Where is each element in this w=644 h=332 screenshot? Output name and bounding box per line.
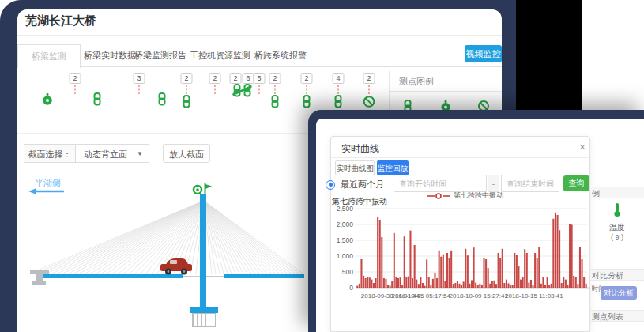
query-button[interactable]: 查询 — [563, 175, 589, 191]
sensor-column[interactable]: 2 — [181, 73, 193, 108]
svg-text:2,000: 2,000 — [337, 221, 354, 228]
vibration-chart: 05001,0001,5002,0002,5002018-09-30 16:01… — [326, 202, 601, 310]
alarm-dash-line — [369, 85, 370, 94]
svg-text:2018-10-15 11:03:41: 2018-10-15 11:03:41 — [505, 292, 563, 300]
chain-icon — [301, 95, 313, 108]
car-icon — [160, 256, 193, 275]
radio-last-two-months[interactable] — [326, 180, 335, 190]
strip-point-list-header: 测点列表 — [590, 310, 644, 322]
bridge-deck-right — [224, 274, 304, 278]
alarm-dash-line — [307, 85, 307, 94]
joint-icon — [232, 84, 252, 97]
svg-text:0: 0 — [349, 284, 353, 292]
legend-series-label: 第七跨跨中振动 — [454, 191, 503, 201]
date-range-separator: - — [488, 175, 499, 192]
sensor-column[interactable]: 2 — [209, 73, 221, 95]
bell-icon — [42, 92, 54, 106]
tab-ipc-resource-monitoring[interactable]: 工控机资源监测 — [190, 50, 250, 62]
bridge-tower — [200, 194, 206, 307]
close-icon[interactable]: × — [579, 141, 586, 153]
dialog-tab-playback[interactable]: 监控回放 — [377, 160, 409, 175]
section-select-value: 动态背立面 — [84, 149, 127, 159]
desktop-black-region — [516, 0, 582, 111]
legend-panel-title: 测点图例 — [390, 71, 502, 92]
sensor-column[interactable]: 2 — [70, 73, 81, 95]
tab-span-system-alarm[interactable]: 桥跨系统报警 — [254, 50, 307, 62]
chart-legend: 第七跨跨中振动 — [427, 191, 503, 201]
chain-icon — [269, 95, 281, 108]
section-select[interactable]: 动态背立面 ▼ — [75, 144, 149, 163]
sensor-count-badge: 6 — [243, 73, 254, 84]
alarm-dash-line — [215, 85, 216, 94]
sensor-column[interactable]: 4 — [333, 73, 345, 108]
sensor-column[interactable] — [92, 73, 104, 106]
svg-text:时间: 时间 — [592, 285, 601, 292]
sensor-count-badge: 4 — [333, 73, 345, 84]
alarm-dash-line — [186, 85, 187, 94]
bridge-tower-cap — [190, 307, 218, 313]
tab-bridge-monitoring[interactable]: 桥梁监测 — [17, 44, 81, 68]
sensor-column[interactable]: 2 — [301, 73, 313, 108]
chain-icon — [333, 95, 345, 108]
tab-monitoring-report[interactable]: 桥梁监测报告 — [134, 50, 186, 62]
svg-text:1,000: 1,000 — [337, 252, 354, 260]
alarm-dash-line — [259, 85, 260, 94]
svg-text:500: 500 — [342, 268, 353, 276]
dialog-tab-curve-view[interactable]: 实时曲线图 — [335, 160, 375, 175]
tower-gauge-icon — [192, 184, 203, 195]
sensor-count-badge: 2 — [181, 73, 193, 84]
tab-realtime-data[interactable]: 桥梁实时数据 — [84, 50, 136, 62]
alarm-dash-line — [75, 85, 76, 94]
svg-text:2,500: 2,500 — [337, 205, 354, 213]
alarm-dash-line — [275, 85, 276, 94]
chevron-down-icon: ▼ — [137, 145, 143, 164]
tabbar-divider — [17, 66, 502, 67]
query-end-time-input[interactable] — [501, 175, 559, 192]
sensor-count-badge: 3 — [134, 73, 145, 84]
chain-icon — [92, 92, 104, 106]
svg-text:2018-10-05 05:17:54: 2018-10-05 05:17:54 — [392, 292, 451, 300]
ban-icon — [363, 95, 376, 108]
svg-text:2018-10-09 15:27:41: 2018-10-09 15:27:41 — [450, 292, 509, 300]
sensor-column[interactable]: 2 — [363, 73, 376, 108]
sensor-count-badge: 2 — [70, 73, 81, 84]
sensor-column[interactable]: 3 — [134, 73, 145, 95]
time-range-radio-row: 最近两个月 — [326, 179, 384, 191]
strip-legend-header: 例 — [590, 187, 644, 198]
sensor-column[interactable] — [42, 73, 54, 106]
compare-analysis-button[interactable]: 对比分析 — [601, 286, 637, 300]
sensor-column[interactable]: 5 — [254, 73, 266, 95]
bridge-foundation — [192, 313, 216, 327]
svg-text:1,500: 1,500 — [337, 236, 354, 244]
sensor-count-badge: 2 — [230, 73, 242, 84]
sensor-column[interactable]: 26 — [230, 73, 254, 97]
dialog-header-divider — [331, 157, 589, 158]
sensor-count-badge: 2 — [363, 73, 375, 84]
sensor-column[interactable] — [156, 73, 168, 106]
sensor-count-badge: 2 — [209, 73, 221, 84]
enlarge-section-button[interactable]: 放大截面 — [163, 144, 210, 163]
alarm-dash-line — [338, 85, 339, 94]
tower-flag-icon — [203, 183, 213, 194]
sensor-count-badge: 2 — [301, 73, 313, 84]
sensor-column[interactable]: 2 — [269, 73, 281, 108]
section-select-label: 截面选择： — [24, 144, 76, 163]
video-monitoring-button[interactable]: 视频监控 — [465, 45, 502, 62]
sensor-count-badge: 2 — [269, 73, 281, 84]
chain-icon — [156, 92, 168, 106]
chain-icon — [181, 95, 193, 108]
thermometer-icon — [612, 202, 623, 217]
alarm-dash-line — [139, 85, 140, 94]
dialog-title: 实时曲线 — [341, 142, 379, 156]
sensor-count-badge: 5 — [254, 73, 266, 84]
legend-marker-icon — [427, 192, 450, 200]
radio-label: 最近两个月 — [341, 179, 384, 191]
query-start-time-input[interactable] — [394, 175, 487, 192]
